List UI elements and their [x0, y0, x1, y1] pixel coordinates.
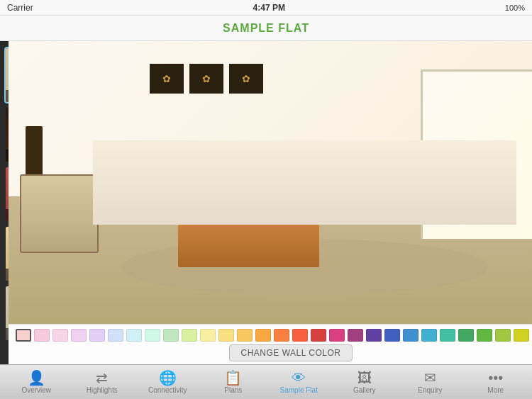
color-swatch-19[interactable] — [366, 329, 382, 342]
color-swatch-27[interactable] — [514, 329, 529, 342]
color-swatch-4[interactable] — [89, 329, 105, 342]
tab-icon-enquiry: ✉ — [424, 371, 436, 385]
color-swatch-7[interactable] — [145, 329, 160, 342]
tab-label-more: More — [487, 386, 504, 394]
color-swatch-1[interactable] — [34, 329, 50, 342]
color-swatch-20[interactable] — [384, 329, 400, 342]
tab-label-gallery: Gallery — [353, 386, 376, 394]
color-palette-bar: CHANGE WALL COLOR — [9, 324, 532, 364]
color-swatch-24[interactable] — [458, 329, 474, 342]
color-swatch-12[interactable] — [237, 329, 253, 342]
color-swatch-25[interactable] — [477, 329, 492, 342]
color-swatch-11[interactable] — [218, 329, 234, 342]
tab-item-highlights[interactable]: ⇄Highlights — [77, 368, 127, 397]
tab-icon-plans: 📋 — [224, 371, 242, 385]
color-swatch-2[interactable] — [52, 329, 68, 342]
color-swatch-3[interactable] — [71, 329, 87, 342]
tab-item-more[interactable]: •••More — [471, 368, 521, 397]
color-swatch-10[interactable] — [200, 329, 216, 342]
tab-icon-sample-flat: 👁 — [292, 371, 306, 385]
sofa-area — [93, 140, 516, 225]
color-swatch-17[interactable] — [329, 329, 345, 342]
title-bar: SAMPLE FLAT — [0, 16, 532, 41]
chair-left — [20, 174, 99, 254]
tab-icon-more: ••• — [488, 371, 503, 385]
wall-art: ✿ ✿ ✿ — [150, 64, 263, 94]
art-frame-2: ✿ — [189, 64, 223, 94]
tab-item-connectivity[interactable]: 🌐Connectivity — [143, 368, 192, 397]
tab-label-enquiry: Enquiry — [418, 386, 442, 394]
tab-label-plans: Plans — [224, 386, 242, 394]
color-swatch-14[interactable] — [274, 329, 289, 342]
battery-indicator: 100% — [505, 4, 525, 12]
living-room-scene: ✿ ✿ ✿ — [9, 41, 532, 324]
tab-label-sample-flat: Sample Flat — [280, 386, 318, 394]
room-image: ✿ ✿ ✿ — [9, 41, 532, 324]
color-swatch-6[interactable] — [126, 329, 142, 342]
art-frame-3: ✿ — [229, 64, 263, 94]
color-swatch-23[interactable] — [440, 329, 455, 342]
color-swatch-8[interactable] — [163, 329, 179, 342]
tab-icon-highlights: ⇄ — [96, 371, 108, 385]
tab-bar: 👤Overview⇄Highlights🌐Connectivity📋Plans👁… — [0, 364, 532, 399]
main-content: LIVING ROOMMASTER BEDROOMGUEST BEDROOMKI… — [0, 41, 532, 364]
color-swatch-15[interactable] — [292, 329, 308, 342]
tab-item-plans[interactable]: 📋Plans — [209, 368, 258, 397]
color-swatch-9[interactable] — [182, 329, 197, 342]
time-display: 4:47 PM — [253, 3, 285, 13]
art-frame-1: ✿ — [150, 64, 184, 94]
change-wall-color-button[interactable]: CHANGE WALL COLOR — [229, 344, 353, 361]
room-image-area: ✿ ✿ ✿ CHANGE WALL COLOR — [9, 41, 532, 364]
color-swatch-5[interactable] — [108, 329, 123, 342]
tab-item-gallery[interactable]: 🖼Gallery — [340, 368, 389, 397]
carrier-text: Carrier — [7, 3, 33, 13]
color-swatch-18[interactable] — [348, 329, 363, 342]
color-swatch-0[interactable] — [16, 329, 31, 342]
tab-item-overview[interactable]: 👤Overview — [11, 368, 61, 397]
page-title: SAMPLE FLAT — [223, 22, 309, 35]
color-swatch-13[interactable] — [255, 329, 271, 342]
tab-label-connectivity: Connectivity — [148, 386, 187, 394]
coffee-table — [178, 225, 319, 267]
color-swatches — [16, 329, 532, 342]
tab-label-overview: Overview — [21, 386, 51, 394]
tab-item-enquiry[interactable]: ✉Enquiry — [405, 368, 455, 397]
tab-icon-connectivity: 🌐 — [159, 371, 177, 385]
color-swatch-26[interactable] — [495, 329, 511, 342]
color-swatch-21[interactable] — [403, 329, 419, 342]
room-list-sidebar: LIVING ROOMMASTER BEDROOMGUEST BEDROOMKI… — [0, 41, 9, 364]
tab-label-highlights: Highlights — [87, 386, 118, 394]
tab-icon-overview: 👤 — [28, 371, 45, 385]
tab-item-sample-flat[interactable]: 👁Sample Flat — [274, 368, 323, 397]
color-swatch-22[interactable] — [421, 329, 437, 342]
status-bar: Carrier 4:47 PM 100% — [0, 0, 532, 16]
color-swatch-16[interactable] — [311, 329, 326, 342]
tab-icon-gallery: 🖼 — [358, 371, 372, 385]
